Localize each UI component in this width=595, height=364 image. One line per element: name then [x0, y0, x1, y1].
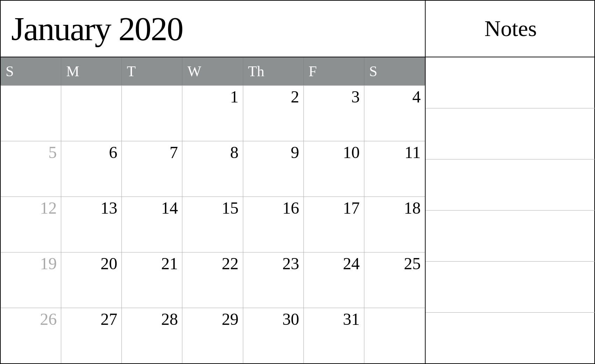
calendar-wrapper: January 2020 SMTWThFS 123456789101112131…: [0, 0, 595, 364]
calendar-cell: 1: [182, 86, 243, 141]
calendar-cell: 16: [243, 197, 304, 252]
calendar-cell: 14: [122, 197, 182, 252]
cell-number: 30: [282, 311, 299, 328]
days-header-row: SMTWThFS: [1, 57, 425, 85]
cell-number: 18: [404, 200, 421, 216]
calendar-cell: [61, 86, 122, 141]
calendar-cell: 13: [61, 197, 122, 252]
cell-number: 8: [230, 144, 239, 161]
cell-number: 13: [100, 200, 117, 216]
day-header-f: F: [304, 57, 364, 85]
week-row-1: 1234: [1, 85, 425, 141]
calendar-cell: 3: [304, 86, 364, 141]
calendar-header: January 2020: [1, 1, 425, 57]
cell-number: 25: [404, 255, 421, 272]
calendar-cell: 2: [243, 86, 304, 141]
notes-line-1[interactable]: [426, 57, 595, 108]
calendar-cell: 26: [1, 308, 61, 363]
calendar-cell: 29: [182, 308, 243, 363]
notes-line-4[interactable]: [426, 210, 595, 262]
day-header-t: T: [122, 57, 182, 85]
calendar-cell: 10: [304, 141, 364, 197]
cell-number: 17: [343, 200, 360, 216]
calendar-cell: 8: [182, 141, 243, 197]
calendar-cell: 30: [243, 308, 304, 363]
calendar-cell: 25: [364, 252, 425, 308]
week-row-4: 19202122232425: [1, 252, 425, 308]
calendar-main: January 2020 SMTWThFS 123456789101112131…: [1, 1, 426, 363]
calendar-cell: 12: [1, 197, 61, 252]
calendar-cell: 18: [364, 197, 425, 252]
week-row-5: 262728293031: [1, 308, 425, 363]
calendar-title: January 2020: [11, 9, 183, 48]
cell-number: 29: [222, 311, 239, 328]
cell-number: 28: [161, 311, 178, 328]
calendar-cell: 4: [364, 86, 425, 141]
week-row-3: 12131415161718: [1, 197, 425, 252]
calendar-cell: 22: [182, 252, 243, 308]
calendar-cell: 9: [243, 141, 304, 197]
cell-number: 1: [230, 88, 239, 105]
notes-lines[interactable]: [426, 57, 595, 363]
cell-number: 16: [282, 200, 299, 216]
calendar-cell: 17: [304, 197, 364, 252]
cell-number: 14: [161, 200, 178, 216]
notes-line-5[interactable]: [426, 262, 595, 313]
cell-number: 21: [161, 255, 178, 272]
notes-line-6[interactable]: [426, 313, 595, 363]
cell-number: 5: [48, 144, 57, 161]
calendar-cell: 7: [122, 141, 182, 197]
day-header-w: W: [182, 57, 243, 85]
cell-number: 24: [343, 255, 360, 272]
cell-number: 20: [100, 255, 117, 272]
notes-header: Notes: [426, 1, 595, 57]
cell-number: 3: [351, 88, 360, 105]
calendar-cell: 15: [182, 197, 243, 252]
calendar-cell: 19: [1, 252, 61, 308]
cell-number: 7: [169, 144, 178, 161]
cell-number: 26: [40, 311, 57, 328]
cell-number: 23: [282, 255, 299, 272]
day-header-s: S: [364, 57, 425, 85]
day-header-m: M: [61, 57, 122, 85]
cell-number: 4: [412, 88, 421, 105]
day-header-th: Th: [243, 57, 304, 85]
calendar-cell: 27: [61, 308, 122, 363]
week-row-2: 567891011: [1, 141, 425, 197]
calendar-cell: 21: [122, 252, 182, 308]
cell-number: 11: [405, 144, 421, 161]
calendar-cell: 11: [364, 141, 425, 197]
calendar-cell: 28: [122, 308, 182, 363]
calendar-cell: [364, 308, 425, 363]
calendar-cell: 31: [304, 308, 364, 363]
calendar-cell: 20: [61, 252, 122, 308]
notes-line-3[interactable]: [426, 159, 595, 210]
calendar-cell: [122, 86, 182, 141]
cell-number: 12: [40, 200, 57, 216]
calendar-cell: 5: [1, 141, 61, 197]
calendar-cell: [1, 86, 61, 141]
cell-number: 19: [40, 255, 57, 272]
cell-number: 2: [291, 88, 299, 105]
notes-panel: Notes: [426, 1, 595, 363]
cell-number: 9: [291, 144, 299, 161]
calendar-cell: 23: [243, 252, 304, 308]
cell-number: 6: [109, 144, 117, 161]
cell-number: 10: [343, 144, 360, 161]
calendar-grid: 1234567891011121314151617181920212223242…: [1, 85, 425, 363]
calendar-cell: 24: [304, 252, 364, 308]
notes-title: Notes: [484, 16, 537, 42]
cell-number: 31: [343, 311, 360, 328]
cell-number: 15: [222, 200, 239, 216]
day-header-s: S: [1, 57, 61, 85]
cell-number: 22: [222, 255, 239, 272]
notes-line-2[interactable]: [426, 108, 595, 159]
cell-number: 27: [100, 311, 117, 328]
calendar-cell: 6: [61, 141, 122, 197]
